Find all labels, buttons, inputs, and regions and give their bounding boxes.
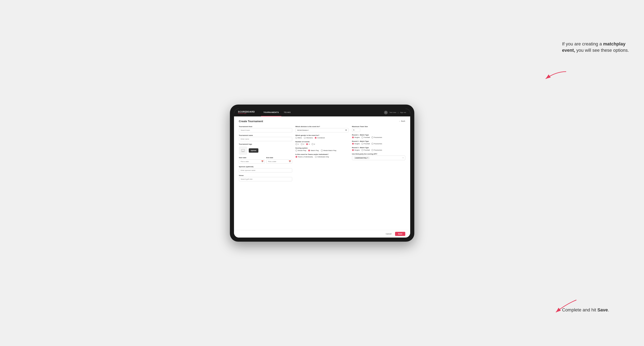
nav-tournaments[interactable]: TOURNAMENTS [261,109,281,116]
round2-foursomes[interactable]: Foursomes [372,143,382,145]
round3-fourball[interactable]: Fourball [362,149,370,151]
round1-label: Round 1 - Match Type [352,134,405,136]
round1-foursomes-radio[interactable] [372,137,373,138]
round1-fourball-radio[interactable] [362,137,363,138]
round2-singles-radio[interactable] [352,143,354,145]
tablet-screen: SCOREBOARD Powered by clippit TOURNAMENT… [234,109,410,238]
upload-button[interactable]: Upload [249,148,258,153]
tournament-name-input[interactable] [239,137,292,141]
round2-fourball[interactable]: Fourball [362,143,370,145]
save-button[interactable]: Save [395,232,405,236]
round3-fourball-radio[interactable] [362,149,363,151]
page-header: Create Tournament ← Back [239,120,405,123]
teams-plus-individuals[interactable]: Teams (+Individuals) [296,156,313,158]
end-date-group: End date 📅 [266,157,292,164]
nav-right: T Test User | Sign out [384,111,406,114]
rounds-label: Number of rounds [296,141,349,143]
scoring-medal-radio[interactable] [321,150,323,152]
sponsor-label: Sponsor (optional) [239,166,292,168]
round3-singles[interactable]: Singles [352,149,360,151]
scoring-label: Scoring system [296,147,349,149]
round2-foursomes-radio[interactable] [372,143,373,145]
signout-link[interactable]: Sign out [400,112,406,113]
start-date-label: Start date [239,157,265,159]
annotation-right-text: If you are creating a matchplay event, y… [562,41,629,53]
scoring-medal[interactable]: Medal Match Play [321,150,336,152]
round1-foursomes[interactable]: Foursomes [372,137,382,138]
tablet-frame: SCOREBOARD Powered by clippit TOURNAMENT… [230,105,414,242]
rounds-3-radio[interactable] [306,143,308,145]
round3-radio-group: Singles Fourball Foursomes [352,149,405,151]
rounds-radio-group: 1 2 3 4 [296,143,349,145]
sponsor-input[interactable] [239,168,292,173]
end-date-wrap: 📅 [266,159,292,164]
max-team-size-input[interactable] [352,128,360,132]
leaderboard-king-tag: Leaderboard King ✕ [354,157,370,159]
end-date-input[interactable] [266,159,292,164]
gender-mens-radio[interactable] [296,137,297,139]
image-icon [241,149,245,153]
rounds-2[interactable]: 2 [301,143,304,145]
round1-singles-radio[interactable] [352,137,354,138]
division-group: Which division is the event for? NCAA Di… [296,126,349,132]
round2-fourball-radio[interactable] [362,143,363,145]
tag-close-icon[interactable]: ✕ [367,157,368,159]
teams-radio-group: Teams (+Individuals) Individuals Only [296,156,349,158]
start-date-wrap: 📅 [239,159,265,164]
page-title: Create Tournament [239,120,263,123]
teams-individuals-label: Is this event for Teams and/or Individua… [296,154,349,155]
round3-foursomes[interactable]: Foursomes [372,149,382,151]
division-select[interactable]: NCAA Division I [296,128,349,132]
venue-group: Venue [239,174,292,181]
rounds-1[interactable]: 1 [296,143,299,145]
start-date-input[interactable] [239,159,265,164]
scoring-stroke[interactable]: Stroke Play [296,150,306,152]
rounds-3[interactable]: 3 [306,143,310,145]
venue-input[interactable] [239,177,292,181]
scoring-match-radio[interactable] [308,150,310,152]
modal-footer: Cancel Save [234,230,410,238]
gender-label: Which gender is the event for? [296,134,349,136]
tournament-host-group: Tournament Host [239,126,292,132]
scoring-stroke-radio[interactable] [296,150,297,152]
individuals-only[interactable]: Individuals Only [315,156,329,158]
gender-combined-label: Combined [317,137,324,139]
gender-womens[interactable]: Womens [304,137,313,139]
rounds-1-radio[interactable] [296,143,297,145]
round3-group: Round 3 - Match Type Singles Fourball [352,147,405,151]
teams-individuals-group: Is this event for Teams and/or Individua… [296,154,349,158]
teams-radio[interactable] [296,156,297,158]
gender-combined[interactable]: Combined [315,137,324,139]
round1-fourball[interactable]: Fourball [362,137,370,138]
scoring-match[interactable]: Match Play [308,150,319,152]
tag-chevron: ▾ [403,157,404,159]
gender-mens[interactable]: Mens [296,137,302,139]
main-content: Create Tournament ← Back Tournament Host… [234,116,410,230]
gender-radio-group: Mens Womens Combined [296,137,349,139]
gender-womens-radio[interactable] [304,137,306,139]
gender-combined-radio[interactable] [315,137,316,139]
individuals-radio[interactable] [315,156,317,158]
left-column: Tournament Host Tournament name Tourname… [239,126,292,181]
max-team-size-group: Maximum Team Size [352,126,405,132]
round3-foursomes-radio[interactable] [372,149,373,151]
annotation-right: If you are creating a matchplay event, y… [562,41,632,54]
round1-singles[interactable]: Singles [352,137,360,138]
tournament-host-label: Tournament Host [239,126,292,128]
rounds-4-radio[interactable] [312,143,314,145]
rounds-4[interactable]: 4 [312,143,315,145]
round1-radio-group: Singles Fourball Foursomes [352,137,405,138]
nav-teams[interactable]: TEAMS [281,109,293,116]
tournament-host-input[interactable] [239,128,292,132]
form-grid: Tournament Host Tournament name Tourname… [239,126,405,181]
sponsor-group: Sponsor (optional) [239,166,292,173]
rounds-2-radio[interactable] [301,143,303,145]
round3-singles-radio[interactable] [352,149,354,151]
rounds-group: Number of rounds 1 2 [296,141,349,145]
cancel-button[interactable]: Cancel [384,232,394,236]
back-button[interactable]: ← Back [399,120,405,122]
calendar-icon-end: 📅 [289,161,291,163]
date-row: Start date 📅 End date 📅 [239,157,292,164]
round2-singles[interactable]: Singles [352,143,360,145]
third-party-tag-input[interactable]: Leaderboard King ✕ ▾ [352,156,405,160]
